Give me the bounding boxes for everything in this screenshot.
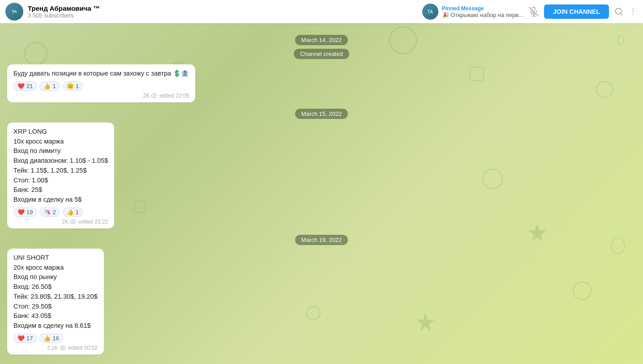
search-icon[interactable] (614, 7, 623, 16)
reactions-3: ❤️ 17 👍 16 (13, 334, 98, 343)
channel-subscribers: 3 505 subscribers (28, 12, 100, 19)
message-bubble-2: XRP LONG 10x кросс маржа Вход по лимиту … (7, 123, 114, 229)
date-pill-2: March 15, 2022 (295, 109, 348, 119)
mute-icon[interactable] (529, 7, 539, 17)
message-edited-1: edited 22:09 (159, 93, 189, 99)
message-edited-3: edited 00:52 (68, 345, 98, 351)
header-right: ТА Pinned Message 🎉 Открываю набор на пе… (422, 4, 638, 20)
channel-created-pill: Channel created (294, 49, 349, 59)
message-bubble-1: Буду давать позиции в которые сам захожу… (7, 64, 195, 102)
message-wrapper-2: XRP LONG 10x кросс маржа Вход по лимиту … (0, 123, 643, 229)
channel-name: Тренд Абрамовича ™ (28, 4, 100, 12)
reaction-thumbsup-3[interactable]: 👍 16 (39, 334, 63, 343)
reaction-thumbsup-2[interactable]: 👍 1 (63, 207, 83, 217)
date-pill-3: March 19, 2022 (295, 235, 348, 245)
header: ТА Тренд Абрамовича ™ 3 505 subscribers … (0, 0, 643, 23)
svg-point-27 (62, 347, 64, 349)
reactions-2: ❤️ 19 🦄 2 👍 1 (13, 207, 108, 217)
message-text-2: XRP LONG 10x кросс маржа Вход по лимиту … (13, 127, 108, 205)
reaction-heart-1[interactable]: ❤️ 21 (13, 81, 37, 91)
reaction-unicorn-2[interactable]: 🦄 2 (39, 207, 60, 217)
channel-info: Тренд Абрамовича ™ 3 505 subscribers (28, 4, 100, 19)
pinned-label: Pinned Message (442, 5, 523, 12)
reaction-heart-2[interactable]: ❤️ 19 (13, 207, 37, 217)
reactions-1: ❤️ 21 👍 1 😐 1 (13, 81, 189, 91)
channel-created-badge: Channel created (0, 49, 643, 59)
svg-point-25 (153, 95, 155, 97)
date-separator-3: March 19, 2022 (0, 235, 643, 245)
svg-point-24 (633, 14, 634, 15)
pinned-avatar: ТА (422, 4, 438, 20)
message-wrapper-3: UNI SHORT 20x кросс маржа Вход по рынку … (0, 249, 643, 355)
pinned-message-area[interactable]: ТА Pinned Message 🎉 Открываю набор на пе… (422, 4, 523, 20)
message-meta-3: 2,1K edited 00:52 (13, 345, 98, 351)
date-pill-1: March 14, 2022 (295, 35, 348, 45)
reaction-heart-3[interactable]: ❤️ 17 (13, 334, 37, 343)
pinned-text-area: Pinned Message 🎉 Открываю набор на перв.… (442, 5, 523, 18)
date-separator-2: March 15, 2022 (0, 109, 643, 119)
header-left: ТА Тренд Абрамовича ™ 3 505 subscribers (5, 3, 422, 21)
message-edited-2: edited 23:22 (78, 219, 108, 225)
svg-line-21 (621, 13, 622, 15)
pinned-preview: 🎉 Открываю набор на перв... (442, 12, 523, 18)
svg-point-26 (73, 221, 74, 223)
message-views-3: 2,1K (47, 345, 66, 351)
message-views-2: 2K (62, 219, 77, 225)
message-wrapper-1: Буду давать позиции в которые сам захожу… (0, 64, 643, 102)
svg-point-22 (633, 8, 634, 10)
message-meta-1: 2K edited 22:09 (13, 93, 189, 99)
message-views-1: 2K (143, 93, 157, 99)
date-separator-1: March 14, 2022 (0, 35, 643, 45)
svg-point-23 (633, 11, 634, 13)
chat-area: March 14, 2022 Channel created Буду дава… (0, 23, 643, 364)
more-options-icon[interactable] (629, 7, 638, 16)
message-bubble-3: UNI SHORT 20x кросс маржа Вход по рынку … (7, 249, 104, 355)
message-text-3: UNI SHORT 20x кросс маржа Вход по рынку … (13, 253, 98, 331)
reaction-thumbsup-1[interactable]: 👍 1 (39, 81, 60, 91)
message-text-1: Буду давать позиции в которые сам захожу… (13, 69, 189, 79)
channel-avatar[interactable]: ТА (5, 3, 23, 21)
join-channel-button[interactable]: JOIN CHANNEL (544, 4, 609, 19)
message-meta-2: 2K edited 23:22 (13, 219, 108, 225)
reaction-neutral-1[interactable]: 😐 1 (63, 81, 83, 91)
